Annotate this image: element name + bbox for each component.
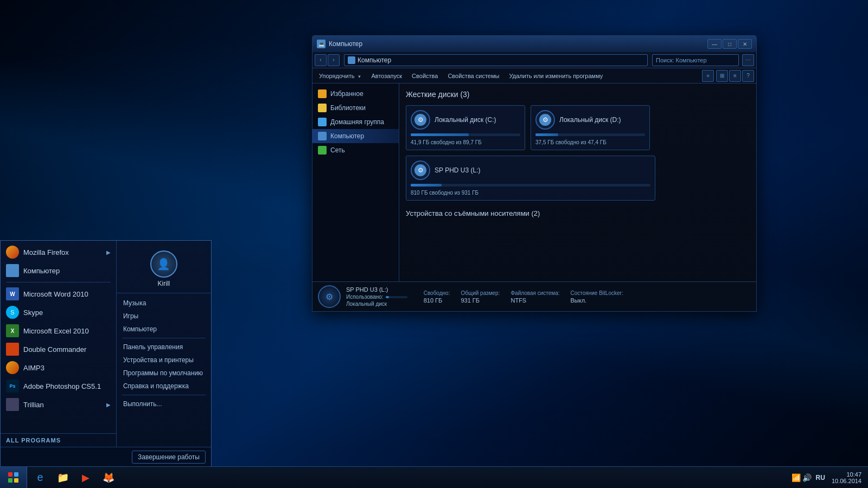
view-list-button[interactable]: ≡ — [729, 70, 741, 82]
status-drive-icon: ⚙ — [318, 285, 341, 308]
sidebar-item-favorites[interactable]: Избранное — [312, 87, 399, 101]
status-used-label: Использовано: — [346, 294, 384, 300]
trillian-icon — [6, 398, 19, 411]
start-excel-label: Microsoft Excel 2010 — [23, 327, 89, 335]
menu-more-button[interactable]: » — [702, 70, 714, 82]
start-app-photoshop[interactable]: Ps Adobe Photoshop CS5.1 — [1, 377, 116, 395]
close-button[interactable]: ✕ — [738, 39, 752, 49]
address-bar[interactable]: Компьютер — [344, 54, 648, 66]
menu-properties[interactable]: Свойства — [407, 71, 442, 81]
maximize-button[interactable]: □ — [723, 39, 737, 49]
drive-c-bar-container — [411, 133, 520, 136]
menu-organize[interactable]: Упорядочить ▼ — [315, 71, 366, 81]
start-right-controlpanel[interactable]: Панель управления — [117, 341, 211, 354]
window-title-icon: 💻 — [317, 40, 326, 48]
start-menu: Mozilla Firefox ▶ Компьютер W Microsoft … — [0, 240, 212, 466]
start-app-skype[interactable]: S Skype — [1, 303, 116, 322]
tray-language-indicator[interactable]: RU — [816, 474, 825, 481]
start-app-firefox[interactable]: Mozilla Firefox ▶ — [1, 243, 116, 261]
sidebar-homegroup-label: Домашняя группа — [330, 118, 384, 126]
window-titlebar: 💻 Компьютер — □ ✕ — [312, 36, 756, 52]
window-statusbar: ⚙ SP PHD U3 (L:) Использовано: Локальный… — [312, 281, 756, 311]
back-button[interactable]: ‹ — [315, 54, 327, 66]
computer-icon — [318, 132, 327, 140]
more-options-button[interactable]: ⋯ — [742, 54, 754, 66]
tray-date: 10.06.2014 — [832, 478, 861, 484]
sidebar-item-homegroup[interactable]: Домашняя группа — [312, 115, 399, 129]
separator-right-1 — [122, 338, 206, 338]
start-word-label: Microsoft Word 2010 — [23, 290, 88, 298]
firefox-arrow-icon: ▶ — [106, 249, 111, 255]
status-mini-fill — [386, 296, 389, 298]
window-controls: — □ ✕ — [707, 39, 752, 49]
start-app-aimp[interactable]: AIMP3 — [1, 358, 116, 377]
start-computer-label: Компьютер — [23, 267, 60, 275]
start-user-section: 👤 Kirill — [117, 245, 211, 293]
folder-icon — [318, 104, 327, 112]
status-drive-name: SP PHD U3 (L:) — [346, 286, 407, 293]
start-button[interactable] — [0, 467, 27, 489]
status-fs-col: Файловая система: NTFS — [510, 290, 559, 304]
start-skype-label: Skype — [23, 309, 43, 317]
start-right-computer[interactable]: Компьютер — [117, 323, 211, 336]
start-right-devices[interactable]: Устройства и принтеры — [117, 354, 211, 367]
drive-l-size: 810 ГБ свободно из 931 ГБ — [411, 190, 650, 196]
view-tiles-button[interactable]: ⊞ — [716, 70, 728, 82]
drive-d-card[interactable]: ⚙ Локальный диск (D:) 37,5 ГБ свободно и… — [531, 105, 650, 150]
menu-autoplay[interactable]: Автозапуск — [367, 71, 406, 81]
start-menu-apps: Mozilla Firefox ▶ Компьютер W Microsoft … — [1, 241, 116, 433]
tray-volume-icon[interactable]: 🔊 — [803, 473, 812, 482]
user-name-label: Kirill — [158, 280, 170, 287]
start-right-defaults[interactable]: Программы по умолчанию — [117, 367, 211, 380]
taskbar-ie-button[interactable]: e — [29, 468, 51, 487]
minimize-button[interactable]: — — [707, 39, 722, 49]
start-right-games[interactable]: Игры — [117, 310, 211, 323]
start-right-help[interactable]: Справка и поддержка — [117, 380, 211, 393]
drive-c-info: Локальный диск (C:) — [435, 116, 520, 124]
word-icon: W — [6, 287, 19, 300]
hard-drives-title: Жесткие диски (3) — [406, 90, 750, 99]
help-button[interactable]: ? — [742, 70, 754, 82]
taskbar-firefox-button[interactable]: 🦊 — [98, 468, 119, 487]
drive-d-bar-container — [535, 133, 645, 136]
shutdown-button[interactable]: Завершение работы — [132, 451, 206, 464]
path-text: Компьютер — [358, 56, 391, 64]
firefox-icon — [6, 246, 19, 259]
drive-l-header: ⚙ SP PHD U3 (L:) — [411, 160, 650, 180]
status-local-disk: Локальный диск — [346, 301, 407, 307]
taskbar-mediaplayer-button[interactable]: ▶ — [75, 468, 97, 487]
drive-d-info: Локальный диск (D:) — [559, 116, 645, 124]
window-toolbar: ‹ › Компьютер Поиск: Компьютер ⋯ — [312, 52, 756, 68]
menu-uninstall[interactable]: Удалить или изменить программу — [505, 71, 607, 81]
drive-c-card[interactable]: ⚙ Локальный диск (C:) 41,9 ГБ свободно и… — [406, 105, 525, 150]
sidebar-item-computer[interactable]: Компьютер — [312, 129, 399, 143]
start-app-doublecommander[interactable]: Double Commander — [1, 340, 116, 358]
status-total-col: Общий размер: 931 ГБ — [461, 290, 500, 304]
sidebar-libraries-label: Библиотеки — [330, 104, 366, 112]
separator-right-2 — [122, 395, 206, 395]
start-right-run[interactable]: Выполнить... — [117, 397, 211, 410]
start-trillian-label: Trillian — [23, 401, 44, 409]
taskbar: e 📁 ▶ 🦊 📶 🔊 RU 10:47 10.06.2014 — [0, 466, 868, 488]
start-right-music[interactable]: Музыка — [117, 297, 211, 310]
menu-system-properties[interactable]: Свойства системы — [443, 71, 503, 81]
tray-clock: 10:47 10.06.2014 — [829, 471, 864, 484]
forward-button[interactable]: › — [328, 54, 340, 66]
drive-d-header: ⚙ Локальный диск (D:) — [535, 110, 645, 130]
sidebar-item-libraries[interactable]: Библиотеки — [312, 101, 399, 115]
explorer-window: 💻 Компьютер — □ ✕ ‹ › Компьютер Поиск: К… — [312, 35, 757, 312]
start-app-excel[interactable]: X Microsoft Excel 2010 — [1, 322, 116, 340]
start-all-programs-button[interactable]: ALL PROGRAMS — [1, 433, 116, 447]
drive-l-card[interactable]: ⚙ SP PHD U3 (L:) 810 ГБ свободно из 931 … — [406, 156, 655, 201]
taskbar-explorer-button[interactable]: 📁 — [52, 468, 74, 487]
start-app-word[interactable]: W Microsoft Word 2010 — [1, 285, 116, 303]
sidebar-item-network[interactable]: Сеть — [312, 143, 399, 157]
status-total-label: Общий размер: — [461, 290, 500, 296]
start-app-trillian[interactable]: Trillian ▶ — [1, 395, 116, 414]
skype-icon: S — [6, 306, 19, 319]
search-box[interactable]: Поиск: Компьютер — [652, 54, 739, 66]
home-icon — [318, 118, 327, 126]
drive-l-bar-container — [411, 184, 650, 187]
drive-l-info: SP PHD U3 (L:) — [435, 166, 650, 174]
start-app-computer[interactable]: Компьютер — [1, 261, 116, 280]
